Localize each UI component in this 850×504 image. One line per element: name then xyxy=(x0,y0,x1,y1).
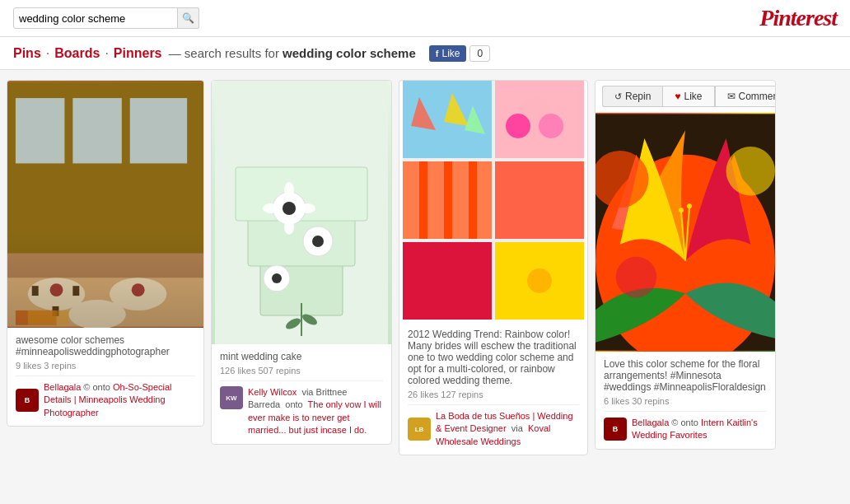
like-button[interactable]: ♥ Like xyxy=(662,86,714,107)
user-link-4[interactable]: Bellagala xyxy=(632,418,669,427)
nav-bar: Pins · Boards · Pinners — search results… xyxy=(0,37,850,70)
svg-rect-11 xyxy=(72,286,79,296)
svg-rect-12 xyxy=(53,306,59,316)
nav-pins[interactable]: Pins xyxy=(13,46,41,61)
pin-card-2: mint wedding cake 126 likes 507 repins K… xyxy=(211,80,392,445)
pin-image-4[interactable] xyxy=(595,113,775,352)
header: 🔍 Pinterest xyxy=(0,0,850,37)
repin-icon: ↺ xyxy=(614,91,622,102)
svg-point-15 xyxy=(50,283,63,296)
search-container: 🔍 xyxy=(13,7,199,29)
action-buttons: ↺ Repin ♥ Like ✉ Comment xyxy=(602,86,768,107)
svg-rect-13 xyxy=(16,310,57,325)
pin-user-info-2: Kelly Wilcox via Brittnee Barreda onto T… xyxy=(248,386,383,437)
pin-user-info-3: La Boda de tus Sueños | Wedding & Event … xyxy=(436,410,579,448)
nav-dot-1: · xyxy=(46,46,49,61)
svg-point-22 xyxy=(283,202,296,215)
facebook-like-button[interactable]: f Like xyxy=(429,45,467,62)
svg-point-62 xyxy=(616,257,657,298)
action-bar: ↺ Repin ♥ Like ✉ Comment xyxy=(595,81,775,113)
svg-rect-14 xyxy=(28,310,69,325)
fb-icon: f xyxy=(436,49,439,58)
svg-rect-4 xyxy=(16,98,64,163)
pin-user-row-4: B Bellagala © onto Intern Kaitlin's Wedd… xyxy=(604,411,767,442)
pin-column-2: mint wedding cake 126 likes 507 repins K… xyxy=(211,80,392,445)
nav-boards[interactable]: Boards xyxy=(54,46,100,61)
svg-point-30 xyxy=(299,203,315,213)
comment-button[interactable]: ✉ Comment xyxy=(715,86,777,107)
user-suffix-2: onto xyxy=(285,399,302,409)
svg-point-45 xyxy=(539,114,563,138)
user-link-3[interactable]: La Boda de tus Sueños | Wedding & Event … xyxy=(436,411,573,433)
svg-rect-1 xyxy=(7,245,203,327)
pin-column-4: ↺ Repin ♥ Like ✉ Comment xyxy=(595,80,776,450)
svg-rect-38 xyxy=(495,161,584,239)
search-query-text: wedding color scheme xyxy=(283,46,416,60)
svg-point-9 xyxy=(68,300,125,328)
pin-meta-2: mint wedding cake 126 likes 507 repins K… xyxy=(212,344,391,444)
pin-card-4: ↺ Repin ♥ Like ✉ Comment xyxy=(595,80,776,450)
svg-rect-48 xyxy=(403,161,419,239)
comment-icon: ✉ xyxy=(727,91,736,102)
search-button[interactable]: 🔍 xyxy=(178,7,199,29)
pinterest-logo: Pinterest xyxy=(759,5,837,31)
avatar-3: LB xyxy=(408,418,431,441)
avatar-4: B xyxy=(604,418,627,441)
pin-meta-1: awesome color schemes #minneapolisweddin… xyxy=(7,328,203,426)
search-description: — search results for wedding color schem… xyxy=(166,46,416,60)
content: awesome color schemes #minneapolisweddin… xyxy=(0,70,850,465)
svg-point-26 xyxy=(272,273,282,283)
svg-rect-5 xyxy=(72,98,121,163)
pin-user-info-1: Bellagala © onto Oh-So-Special Details |… xyxy=(44,381,195,419)
svg-rect-39 xyxy=(403,242,492,320)
repin-button[interactable]: ↺ Repin xyxy=(602,86,662,107)
user-via-3: via xyxy=(511,423,523,433)
svg-point-24 xyxy=(312,236,324,247)
svg-point-61 xyxy=(726,147,775,195)
like-count: 0 xyxy=(469,45,490,62)
svg-rect-2 xyxy=(7,278,203,327)
svg-rect-10 xyxy=(32,286,39,296)
pin-user-row-3: LB La Boda de tus Sueños | Wedding & Eve… xyxy=(408,404,579,448)
pin-card-1: awesome color schemes #minneapolisweddin… xyxy=(7,80,204,427)
pin-meta-4: Love this color scheme for the floral ar… xyxy=(595,352,775,449)
pin-card-3: 2012 Wedding Trend: Rainbow color! Many … xyxy=(399,80,588,455)
svg-point-27 xyxy=(284,182,294,198)
pin-stats-1: 9 likes 3 repins xyxy=(16,361,195,371)
svg-rect-19 xyxy=(248,217,355,266)
pin-stats-4: 6 likes 30 repins xyxy=(604,396,767,406)
pin-stats-2: 126 likes 507 repins xyxy=(220,366,383,376)
avatar-2: KW xyxy=(220,386,243,409)
svg-point-53 xyxy=(527,268,552,293)
pin-image-3[interactable] xyxy=(399,81,587,322)
heart-icon: ♥ xyxy=(675,91,680,102)
user-link-1[interactable]: Bellagala xyxy=(44,382,81,392)
svg-point-29 xyxy=(263,203,279,213)
svg-rect-49 xyxy=(427,161,444,239)
svg-rect-6 xyxy=(130,98,187,163)
pin-title-2: mint wedding cake xyxy=(220,351,383,362)
pin-title-3: 2012 Wedding Trend: Rainbow color! Many … xyxy=(408,329,579,386)
user-suffix-1: © onto xyxy=(83,382,110,392)
svg-point-58 xyxy=(679,208,684,212)
pin-image-2[interactable] xyxy=(212,81,391,344)
svg-point-16 xyxy=(132,283,145,296)
svg-point-8 xyxy=(110,278,166,310)
svg-point-59 xyxy=(687,203,692,208)
svg-rect-50 xyxy=(452,161,469,239)
pin-user-row-1: B Bellagala © onto Oh-So-Special Details… xyxy=(16,376,195,419)
pin-image-1[interactable] xyxy=(7,81,203,328)
search-input[interactable] xyxy=(13,7,178,29)
pin-column-3: 2012 Wedding Trend: Rainbow color! Many … xyxy=(399,80,588,455)
svg-point-46 xyxy=(506,114,530,138)
nav-dot-2: · xyxy=(105,46,108,61)
pin-column-1: awesome color schemes #minneapolisweddin… xyxy=(7,80,204,427)
pin-stats-3: 26 likes 127 repins xyxy=(408,390,579,399)
svg-rect-51 xyxy=(477,161,492,239)
user-link-2[interactable]: Kelly Wilcox xyxy=(248,387,297,397)
like-box: f Like 0 xyxy=(429,45,490,62)
svg-point-7 xyxy=(28,278,85,310)
pin-meta-3: 2012 Wedding Trend: Rainbow color! Many … xyxy=(399,322,587,455)
nav-pinners[interactable]: Pinners xyxy=(114,46,162,61)
pin-title-1: awesome color schemes #minneapolisweddin… xyxy=(16,334,195,357)
